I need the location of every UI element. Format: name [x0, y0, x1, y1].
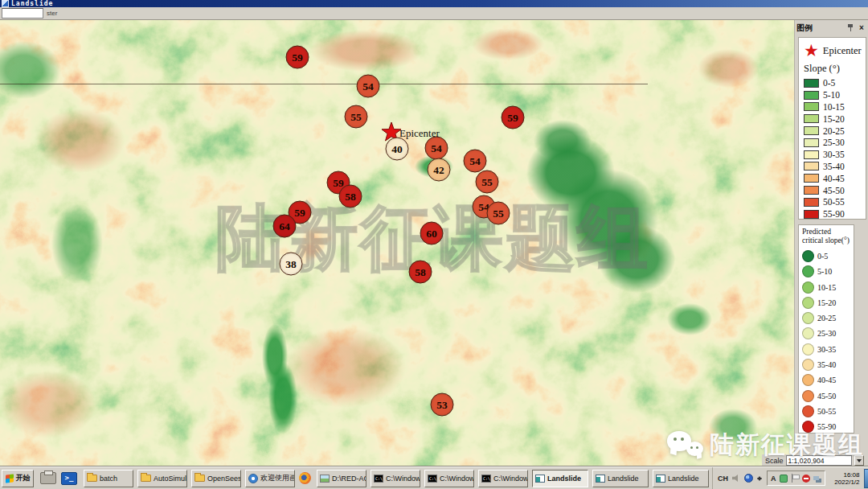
close-icon[interactable]: ×: [858, 24, 866, 32]
slope-marker[interactable]: 55: [345, 105, 368, 129]
legend-class-row: 10-15: [802, 279, 854, 294]
toolbar-combobox[interactable]: [2, 8, 43, 18]
legend-class-row: 55-90: [804, 208, 866, 220]
taskbar-clock[interactable]: 16:08 2022/1/2: [829, 471, 860, 486]
windows-logo-icon: [6, 474, 14, 483]
scale-dropdown-arrow-icon[interactable]: [854, 455, 864, 466]
legend-class-row: 5-10: [802, 264, 854, 279]
powershell-icon[interactable]: [61, 472, 77, 485]
slope-marker[interactable]: 54: [357, 75, 380, 98]
pin-icon[interactable]: [847, 24, 854, 31]
ime-a-icon[interactable]: [771, 475, 776, 483]
folder-icon: [87, 475, 97, 482]
taskbar-button-label: OpenSees: [207, 475, 241, 483]
slope-marker[interactable]: 55: [476, 171, 499, 194]
legend-class-label: 0-5: [817, 252, 828, 261]
legend-class-label: 30-35: [823, 150, 845, 159]
slope-marker[interactable]: 64: [273, 215, 297, 238]
landslide-icon: [535, 475, 545, 483]
taskbar-button-label: C:\Windows...: [440, 475, 474, 483]
legend-class-row: 40-45: [804, 172, 866, 184]
start-button[interactable]: 开始: [2, 470, 34, 487]
firefox-icon: [299, 472, 311, 484]
legend-class-row: 0-5: [804, 77, 866, 89]
slope-marker[interactable]: 59: [286, 46, 309, 69]
map-canvas[interactable]: 陆新征课题组 Epicenter 59545559405442545559585…: [0, 20, 794, 466]
taskbar-button-6[interactable]: C:\Windows...: [371, 470, 420, 487]
legend-swatch: [804, 79, 819, 88]
green-app-icon[interactable]: [780, 475, 788, 483]
globe-icon[interactable]: [744, 474, 753, 483]
taskbar-button-4[interactable]: [299, 470, 313, 487]
legend-swatch: [804, 114, 819, 123]
taskbar-button-3[interactable]: 欢迎使用画...: [245, 470, 295, 487]
predicted-legend-rows: 0-55-1010-1515-2020-2525-3030-3535-4040-…: [802, 249, 854, 435]
title-bar[interactable]: Landslide: [0, 0, 868, 7]
taskbar-button-1[interactable]: AutoSimula...: [137, 470, 187, 487]
legend-class-row: 0-5: [802, 249, 854, 264]
legend-class-row: 45-50: [804, 184, 866, 196]
network-icon[interactable]: [813, 476, 819, 480]
taskbar-button-8[interactable]: C:\Windows...: [478, 470, 528, 487]
legend-swatch: [804, 162, 819, 171]
tool-strip: ster: [0, 7, 868, 20]
legend-class-row: 20-25: [804, 125, 866, 137]
red-status-icon[interactable]: [802, 475, 810, 483]
boundary-line: [0, 84, 648, 84]
legend-class-row: 40-45: [802, 372, 854, 388]
legend-swatch: [802, 421, 814, 433]
slope-marker[interactable]: 38: [280, 253, 303, 276]
slope-marker[interactable]: 59: [502, 106, 525, 129]
language-indicator[interactable]: CH: [718, 475, 728, 483]
taskbar-button-9[interactable]: Landslide: [532, 470, 588, 487]
legend-swatch: [802, 327, 814, 339]
scale-value-field[interactable]: 1:1,020,904: [786, 455, 852, 466]
taskbar-button-label: C:\Windows...: [493, 475, 528, 483]
legend-swatch: [802, 343, 814, 355]
show-desktop-button[interactable]: [864, 469, 868, 488]
slope-marker[interactable]: 42: [428, 158, 451, 182]
taskbar-button-10[interactable]: Landslide: [592, 470, 649, 487]
legend-swatch: [802, 390, 814, 402]
legend-class-label: 40-45: [817, 376, 836, 384]
legend-class-row: 50-55: [802, 404, 854, 419]
taskbar-button-11[interactable]: Landslide: [653, 470, 709, 487]
slope-legend-box: ★ Epicenter Slope (°) 0-55-1010-1515-202…: [798, 37, 866, 220]
legend-class-label: 10-15: [823, 102, 845, 112]
legend-swatch: [802, 312, 814, 324]
clock-time: 16:08: [843, 471, 859, 479]
legend-class-label: 20-25: [823, 126, 845, 136]
legend-class-row: 30-35: [804, 149, 866, 161]
legend-class-label: 50-55: [823, 197, 845, 207]
taskbar-button-7[interactable]: C:\Windows...: [424, 470, 474, 487]
slope-marker[interactable]: 53: [431, 393, 454, 417]
legend-panel: 图例 × ★ Epicenter Slope (°) 0-55-1010-151…: [794, 20, 868, 466]
slope-marker[interactable]: 54: [425, 137, 448, 160]
predicted-legend-title: Predicted critical slope(°): [802, 228, 852, 246]
updown-arrows-icon[interactable]: [757, 474, 763, 483]
flag-icon[interactable]: [791, 474, 799, 483]
taskbar-button-5[interactable]: D:\RED-ACT...: [317, 470, 366, 487]
folder-icon: [194, 475, 205, 482]
taskbar-button-2[interactable]: OpenSees: [191, 470, 241, 487]
slope-marker[interactable]: 60: [420, 222, 444, 245]
scale-bar: Scale 1:1,020,904: [762, 454, 868, 466]
taskbar-button-0[interactable]: batch: [84, 470, 133, 487]
slope-marker[interactable]: 40: [386, 138, 409, 161]
legend-class-row: 25-30: [802, 326, 854, 341]
system-tray: CH 16:08 2022/1/2: [712, 467, 868, 489]
toolbar-text: ster: [47, 10, 57, 17]
legend-class-row: 15-20: [804, 113, 866, 125]
slope-marker[interactable]: 54: [464, 150, 487, 173]
taskbar: 开始 batchAutoSimula...OpenSees欢迎使用画...D:\…: [0, 466, 868, 489]
legend-swatch: [804, 91, 819, 100]
predicted-legend-box: Predicted critical slope(°) 0-55-1010-15…: [798, 224, 854, 434]
legend-class-label: 35-40: [817, 360, 836, 369]
speaker-icon[interactable]: [732, 475, 740, 482]
slope-marker[interactable]: 55: [487, 202, 510, 225]
slope-marker[interactable]: 58: [339, 185, 362, 208]
slope-marker[interactable]: 58: [409, 261, 432, 284]
printer-icon[interactable]: [40, 472, 56, 484]
legend-class-label: 0-5: [823, 78, 835, 88]
epicenter-legend-label: Epicenter: [823, 45, 862, 57]
